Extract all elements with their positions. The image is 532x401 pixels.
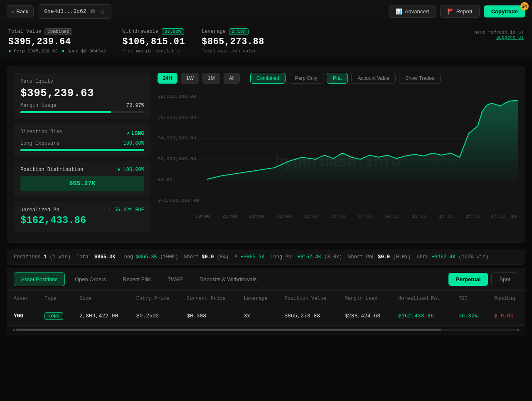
svg-text:01:00: 01:00: [276, 213, 291, 218]
col-leverage: Leverage: [237, 291, 278, 307]
unrealized-pnl-value: $162,433.86: [20, 215, 144, 226]
pos-dist-card: Position Distribution ● 100.00% 865.27K: [14, 161, 151, 197]
perp-equity-card: Perp Equity $395,239.63 Margin Usage 72.…: [14, 73, 151, 119]
cell-unrealized-pnl: $162,433.86: [392, 307, 452, 325]
col-funding: Funding: [488, 291, 525, 307]
short-pct-bar: (0%): [217, 254, 229, 260]
short-label-bar: Short: [184, 254, 199, 260]
table-header-row: Asset Type Size Entry Price Current Pric…: [7, 291, 525, 307]
tab-twap[interactable]: TWAP: [161, 273, 190, 286]
scroll-left-arrow[interactable]: ◀: [10, 327, 16, 332]
refresh-text: Next refresh in 5s: [474, 30, 524, 35]
long-exposure-label: Long Exposure: [20, 141, 59, 146]
perp-equity-label: Perp Equity: [20, 79, 144, 84]
svg-text:$8,000,000.00: $8,000,000.00: [158, 94, 196, 99]
positions-table: Asset Type Size Entry Price Current Pric…: [7, 291, 525, 325]
long-label-bar: Long: [121, 254, 133, 260]
combined-tag: Combined: [44, 28, 72, 35]
time-1w-button[interactable]: 1W: [181, 73, 199, 84]
long-val-bar: $865.3K: [136, 254, 157, 260]
col-entry-price: Entry Price: [130, 291, 180, 307]
table-scrollbar: ◀ ▶: [7, 325, 525, 334]
tab-open-orders[interactable]: Open Orders: [68, 273, 113, 286]
withdrawable-section: Withdrawable 27.03% $106,815.01 Free mar…: [123, 28, 185, 54]
divider: [245, 74, 245, 82]
cell-asset: YGG: [7, 307, 38, 325]
leverage-label: Leverage: [202, 29, 226, 35]
scroll-right-arrow[interactable]: ▶: [516, 327, 522, 332]
direction-bias-label: Direction Bias: [20, 129, 62, 135]
cell-type: LONG: [38, 307, 72, 325]
back-label: Back: [16, 8, 28, 15]
time-24h-button[interactable]: 24H: [158, 73, 177, 84]
leverage-value: $865,273.88: [202, 37, 264, 47]
col-asset: Asset: [7, 291, 38, 307]
col-current-price: Current Price: [180, 291, 237, 307]
svg-text:09:00: 09:00: [384, 213, 399, 218]
svg-text:17:00: 17:00: [490, 213, 505, 218]
positions-label: Positions: [14, 254, 41, 260]
advanced-button[interactable]: 📊 Advanced: [389, 5, 436, 18]
short-pnl-val: $0.0: [378, 254, 390, 260]
pos-dist-label: Position Distribution: [20, 167, 83, 173]
tab-deposits-withdrawals[interactable]: Deposits & Withdrawals: [193, 273, 263, 286]
short-val-bar: $0.0: [202, 254, 214, 260]
unrealized-pnl-label: Unrealized PnL: [20, 207, 62, 213]
svg-text:21:00: 21:00: [222, 213, 237, 218]
pos-btn[interactable]: 865.27K: [20, 176, 144, 191]
copy-button[interactable]: ⧉: [90, 7, 96, 16]
long-pnl-label: Long PnL: [270, 254, 294, 260]
view-account-value-button[interactable]: Account Value: [351, 73, 396, 84]
star-button[interactable]: ☆: [99, 7, 106, 16]
long-exposure-bar: [20, 149, 144, 151]
time-1m-button[interactable]: 1M: [202, 73, 220, 84]
col-type: Type: [38, 291, 72, 307]
chart-right: 24H 1W 1M All Combined Perp Only PnL Acc…: [158, 73, 518, 236]
col-size: Size: [73, 291, 130, 307]
left-stats: Perp Equity $395,239.63 Margin Usage 72.…: [14, 73, 151, 236]
cell-leverage: 3x: [237, 307, 278, 325]
scroll-track[interactable]: [16, 329, 516, 331]
svg-text:11:00: 11:00: [411, 213, 426, 218]
back-arrow-icon: ‹: [12, 8, 14, 15]
svg-text:05:00: 05:00: [330, 213, 345, 218]
tab-asset-positions[interactable]: Asset Positions: [14, 272, 65, 286]
col-position-value: Position Value: [278, 291, 338, 307]
scroll-thumb: [16, 329, 441, 331]
support-link[interactable]: Support us: [474, 35, 524, 40]
total-value: $395,239.64: [8, 37, 106, 47]
cell-margin-used: $288,424.63: [338, 307, 392, 325]
svg-text:19:00: 19:00: [195, 213, 210, 218]
perpetual-filter-button[interactable]: Perpetual: [448, 273, 488, 286]
margin-usage-bar: [20, 111, 111, 113]
withdrawable-tag: 27.03%: [162, 28, 184, 35]
view-pnl-button[interactable]: PnL: [327, 73, 348, 84]
long-exposure-pct: 100.00%: [123, 141, 144, 146]
advanced-label: Advanced: [405, 8, 429, 15]
col-unrealized-pnl: Unrealized PnL: [392, 291, 452, 307]
margin-usage-pct: 72.97%: [126, 103, 144, 109]
tabs-row: Asset Positions Open Orders Recent Fills…: [7, 268, 525, 291]
copytrade-button[interactable]: Copytrade 24: [484, 5, 525, 17]
table-row: YGG LONG 2,809,422.00 $0.2502 $0.308 3x …: [7, 307, 525, 325]
positions-wins: (1 win): [49, 254, 70, 260]
report-button[interactable]: 🚩 Report: [440, 5, 480, 18]
view-combined-button[interactable]: Combined: [250, 73, 286, 84]
leverage-desc: Total position value: [202, 49, 264, 54]
view-show-trades-button[interactable]: Show Trades: [399, 73, 441, 84]
short-pnl-label: Short PnL: [348, 254, 375, 260]
view-perp-only-button[interactable]: Perp Only: [289, 73, 323, 84]
upnl-label: UPnL: [417, 254, 429, 260]
back-button[interactable]: ‹ Back: [7, 5, 34, 17]
chart-controls: 24H 1W 1M All Combined Perp Only PnL Acc…: [158, 73, 518, 84]
spot-filter-button[interactable]: Spot: [491, 272, 518, 286]
wallet-address: 0xe4d3...2c62: [44, 8, 86, 15]
delta-val: +$865.3K: [241, 254, 265, 260]
type-long-badge: LONG: [44, 312, 63, 320]
time-all-button[interactable]: All: [224, 73, 240, 84]
long-pnl-mult: (3.0x): [324, 254, 342, 260]
svg-text:23:00: 23:00: [249, 213, 264, 218]
chart-panel: Perp Equity $395,239.63 Margin Usage 72.…: [7, 66, 525, 243]
unrealized-pnl-card: Unrealized PnL ↑ 56.32% ROE $162,433.86: [14, 201, 151, 232]
tab-recent-fills[interactable]: Recent Fills: [116, 273, 158, 286]
